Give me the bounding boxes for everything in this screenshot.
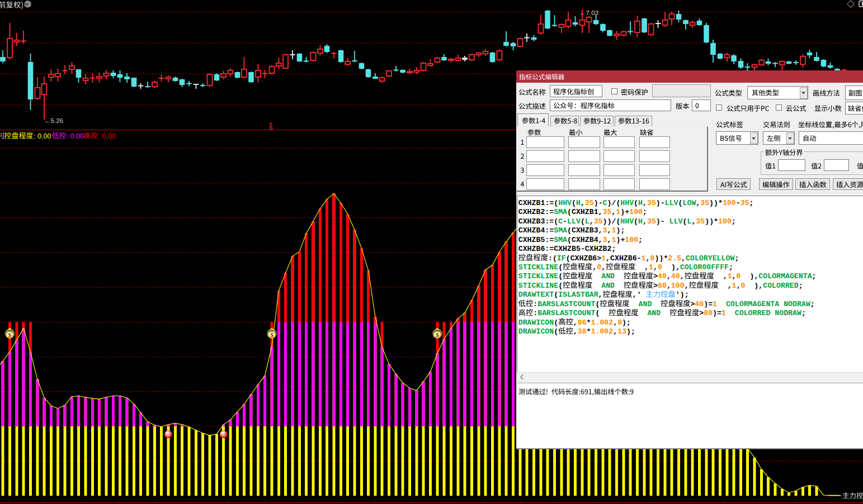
svg-text:←7.03: ←7.03 bbox=[579, 9, 598, 16]
svg-text:S: S bbox=[269, 124, 273, 131]
svg-text:←5.26: ←5.26 bbox=[44, 117, 63, 124]
